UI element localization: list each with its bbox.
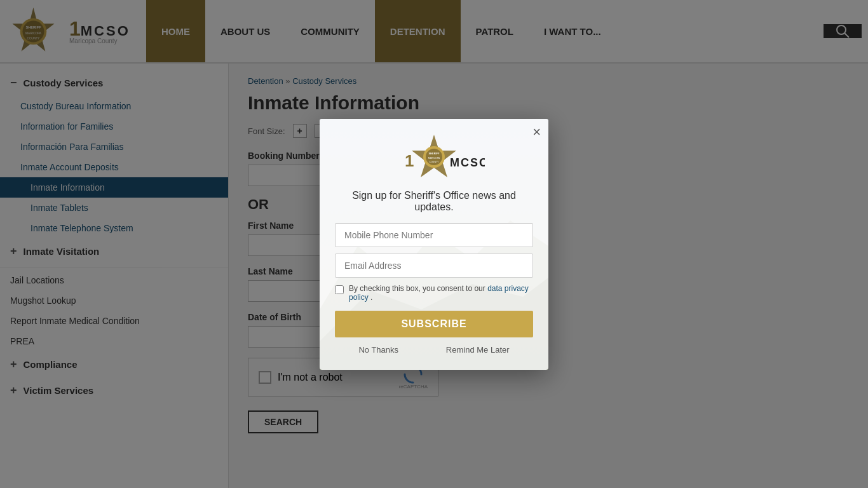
modal-overlay[interactable]: × SHERIFF MARICOPA COUNTY 1 MCSO: [0, 0, 868, 488]
no-thanks-link[interactable]: No Thanks: [358, 345, 398, 355]
svg-text:MARICOPA: MARICOPA: [428, 157, 440, 159]
svg-text:SHERIFF: SHERIFF: [428, 152, 440, 155]
modal-title: Sign up for Sheriff's Office news and up…: [335, 190, 533, 213]
svg-text:MCSO: MCSO: [450, 156, 485, 169]
modal-close-button[interactable]: ×: [532, 125, 541, 139]
modal-consent-checkbox[interactable]: [335, 285, 344, 294]
svg-text:COUNTY: COUNTY: [430, 161, 439, 163]
modal-subscribe-button[interactable]: SUBSCRIBE: [335, 311, 533, 337]
modal-footer: No Thanks Remind Me Later: [335, 345, 533, 355]
modal-phone-input[interactable]: [335, 223, 533, 247]
modal-consent-text: By checking this box, you consent to our…: [349, 284, 533, 302]
modal-logo-svg: SHERIFF MARICOPA COUNTY 1 MCSO: [383, 132, 485, 182]
modal-email-input[interactable]: [335, 254, 533, 278]
modal-dialog: × SHERIFF MARICOPA COUNTY 1 MCSO: [320, 119, 548, 370]
remind-later-link[interactable]: Remind Me Later: [446, 345, 510, 355]
modal-logo: SHERIFF MARICOPA COUNTY 1 MCSO: [335, 132, 533, 182]
modal-consent-row: By checking this box, you consent to our…: [335, 284, 533, 302]
svg-text:1: 1: [405, 151, 414, 170]
modal-content: × SHERIFF MARICOPA COUNTY 1 MCSO: [320, 119, 548, 370]
